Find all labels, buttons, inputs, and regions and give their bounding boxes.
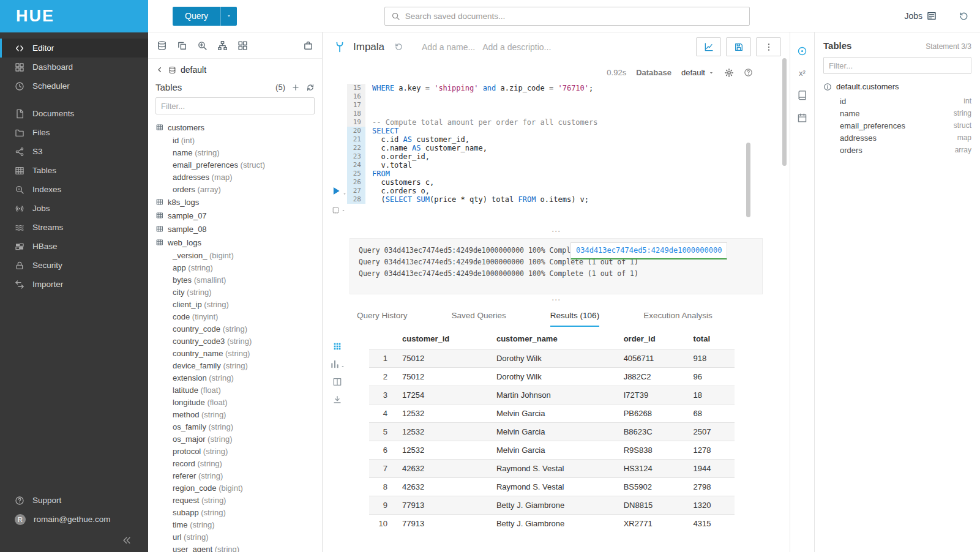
zoom-plus-icon[interactable]: [197, 40, 208, 51]
sidebar-item-streams[interactable]: Streams: [0, 218, 148, 237]
assist-column-referer[interactable]: referer (string): [156, 469, 322, 482]
sidebar-item-editor[interactable]: Editor: [0, 39, 148, 58]
sidebar-item-s3[interactable]: S3: [0, 142, 148, 161]
sidebar-item-support[interactable]: Support: [0, 491, 148, 510]
active-table-row[interactable]: default.customers: [823, 82, 971, 91]
assist-column-id[interactable]: id (int): [156, 134, 322, 146]
assist-column-version[interactable]: _version_ (bigint): [156, 249, 322, 261]
collections-bag-icon[interactable]: [303, 40, 313, 51]
assist-column-app[interactable]: app (string): [156, 261, 322, 274]
database-name[interactable]: default: [181, 65, 206, 75]
sidebar-item-user[interactable]: R romain@gethue.com: [0, 510, 148, 529]
resize-handle-top[interactable]: ⋯: [323, 228, 790, 235]
query-history-icon[interactable]: [394, 42, 403, 51]
column-header-customer-name[interactable]: customer_name: [490, 329, 618, 349]
assist-column-region-code[interactable]: region_code (bigint): [156, 482, 322, 494]
sidebar-item-documents[interactable]: Documents: [0, 104, 148, 123]
assist-column-client-ip[interactable]: client_ip (string): [156, 298, 322, 310]
assist-column-extension[interactable]: extension (string): [156, 371, 322, 384]
hue-logo[interactable]: HUE: [0, 0, 148, 32]
assist-column-name[interactable]: name (string): [156, 146, 322, 159]
assist-column-orders[interactable]: orders (array): [156, 183, 322, 195]
grid-view-icon[interactable]: [332, 341, 342, 351]
assist-column-request[interactable]: request (string): [156, 494, 322, 506]
more-actions-button[interactable]: [756, 37, 781, 56]
column-header-customer-id[interactable]: customer_id: [396, 329, 490, 349]
column-row-orders[interactable]: ordersarray: [823, 144, 971, 156]
apps-grid-icon[interactable]: [238, 40, 248, 51]
language-reference-icon[interactable]: [797, 90, 807, 100]
sidebar-item-hbase[interactable]: HBase: [0, 237, 148, 256]
resize-handle-bottom[interactable]: ⋯: [323, 297, 790, 304]
assist-column-country-code[interactable]: country_code (string): [156, 323, 322, 335]
refresh-icon[interactable]: [306, 83, 315, 92]
sidebar-item-tables[interactable]: Tables: [0, 161, 148, 180]
info-icon[interactable]: [823, 83, 832, 91]
assist-table-web-logs[interactable]: web_logs: [156, 236, 322, 249]
help-icon[interactable]: [744, 68, 753, 77]
assist-column-city[interactable]: city (string): [156, 286, 322, 298]
assist-column-country-name[interactable]: country_name (string): [156, 347, 322, 359]
database-selector[interactable]: default: [681, 68, 714, 77]
sidebar-item-dashboard[interactable]: Dashboard: [0, 58, 148, 76]
chart-button[interactable]: [696, 37, 721, 56]
functions-icon[interactable]: x²: [799, 69, 806, 78]
right-filter-input[interactable]: [823, 57, 971, 74]
assist-column-os-family[interactable]: os_family (string): [156, 420, 322, 433]
assist-column-time[interactable]: time (string): [156, 518, 322, 531]
sidebar-item-security[interactable]: Security: [0, 256, 148, 275]
query-id-popup[interactable]: 034d413ec7474ed5:4249de1000000000: [570, 242, 727, 259]
editor-context-icon[interactable]: [797, 46, 807, 56]
query-dropdown-caret[interactable]: [220, 7, 237, 26]
tab-results-106[interactable]: Results (106): [550, 311, 599, 327]
sidebar-item-importer[interactable]: Importer: [0, 275, 148, 294]
assist-column-bytes[interactable]: bytes (smallint): [156, 274, 322, 286]
sidebar-item-indexes[interactable]: Indexes: [0, 180, 148, 199]
jobs-link[interactable]: Jobs: [904, 11, 937, 21]
assist-table-sample-07[interactable]: sample_07: [156, 209, 322, 222]
assist-table-customers[interactable]: customers: [156, 121, 322, 134]
snippet-settings-button[interactable]: [332, 206, 346, 214]
query-button[interactable]: Query: [173, 7, 237, 26]
assist-filter-input[interactable]: [155, 97, 315, 114]
tab-saved-queries[interactable]: Saved Queries: [452, 311, 506, 327]
assist-column-url[interactable]: url (string): [156, 531, 322, 543]
assist-column-addresses[interactable]: addresses (map): [156, 171, 322, 183]
code-editor[interactable]: 15WHERE a.key = 'shipping' and a.zip_cod…: [323, 84, 790, 228]
column-row-name[interactable]: namestring: [823, 107, 971, 119]
column-header-total[interactable]: total: [687, 329, 735, 349]
column-row-email-preferences[interactable]: email_preferencesstruct: [823, 119, 971, 132]
sitemap-icon[interactable]: [217, 40, 228, 51]
add-icon[interactable]: [291, 83, 300, 92]
save-button[interactable]: [726, 37, 751, 56]
editor-scrollbar[interactable]: [746, 143, 750, 217]
chart-view-button[interactable]: [330, 359, 345, 369]
sidebar-collapse-icon[interactable]: [121, 535, 132, 546]
assist-table-sample-08[interactable]: sample_08: [156, 222, 322, 236]
sidebar-item-files[interactable]: Files: [0, 123, 148, 142]
tab-execution-analysis[interactable]: Execution Analysis: [643, 311, 713, 327]
query-description-field[interactable]: Add a descriptio...: [482, 42, 551, 52]
query-name-field[interactable]: Add a name...: [422, 42, 475, 52]
settings-gear-icon[interactable]: [724, 68, 734, 78]
assist-column-email-preferences[interactable]: email_preferences (struct): [156, 159, 322, 171]
assist-column-code[interactable]: code (tinyint): [156, 310, 322, 323]
search-input[interactable]: [405, 12, 743, 21]
column-row-addresses[interactable]: addressesmap: [823, 132, 971, 144]
download-icon[interactable]: [332, 395, 342, 405]
assist-column-os-major[interactable]: os_major (string): [156, 433, 322, 445]
engine-name[interactable]: Impala: [353, 41, 384, 53]
assist-column-subapp[interactable]: subapp (string): [156, 506, 322, 518]
assist-column-device-family[interactable]: device_family (string): [156, 359, 322, 371]
assist-column-latitude[interactable]: latitude (float): [156, 384, 322, 396]
execute-button[interactable]: [331, 185, 347, 196]
back-chevron-icon[interactable]: [155, 65, 164, 74]
assist-column-country-code3[interactable]: country_code3 (string): [156, 335, 322, 347]
assist-column-user-agent[interactable]: user_agent (string): [156, 543, 322, 552]
column-header-order-id[interactable]: order_id: [618, 329, 687, 349]
assist-column-method[interactable]: method (string): [156, 408, 322, 420]
databases-source-icon[interactable]: [157, 40, 167, 51]
page-scrollbar[interactable]: [782, 58, 787, 166]
column-row-id[interactable]: idint: [823, 95, 971, 107]
assist-table-k8s-logs[interactable]: k8s_logs: [156, 195, 322, 209]
